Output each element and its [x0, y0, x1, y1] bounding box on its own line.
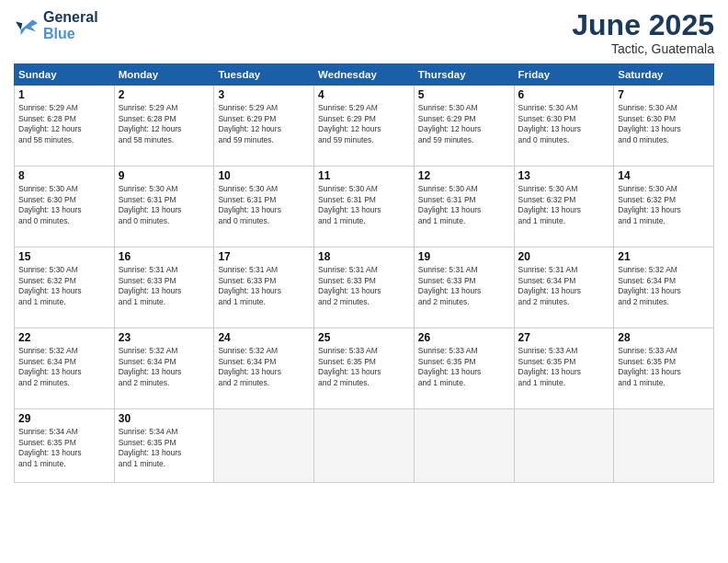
day-number: 4	[318, 88, 410, 101]
calendar-cell: 29Sunrise: 5:34 AM Sunset: 6:35 PM Dayli…	[15, 409, 115, 483]
calendar-cell: 12Sunrise: 5:30 AM Sunset: 6:31 PM Dayli…	[414, 167, 514, 247]
day-info: Sunrise: 5:33 AM Sunset: 6:35 PM Dayligh…	[518, 346, 610, 388]
day-info: Sunrise: 5:30 AM Sunset: 6:30 PM Dayligh…	[618, 103, 710, 145]
logo: General Blue	[14, 9, 98, 42]
day-number: 26	[418, 331, 510, 344]
day-number: 19	[418, 250, 510, 263]
day-info: Sunrise: 5:29 AM Sunset: 6:29 PM Dayligh…	[318, 103, 410, 145]
day-number: 30	[119, 412, 210, 425]
day-number: 2	[119, 88, 210, 101]
weekday-header-friday: Friday	[514, 64, 614, 86]
day-info: Sunrise: 5:31 AM Sunset: 6:33 PM Dayligh…	[119, 265, 210, 307]
calendar-cell: 14Sunrise: 5:30 AM Sunset: 6:32 PM Dayli…	[614, 167, 714, 247]
weekday-header-wednesday: Wednesday	[314, 64, 415, 86]
calendar-cell: 2Sunrise: 5:29 AM Sunset: 6:28 PM Daylig…	[114, 86, 214, 167]
calendar-week-row: 1Sunrise: 5:29 AM Sunset: 6:28 PM Daylig…	[15, 86, 714, 167]
calendar-cell: 28Sunrise: 5:33 AM Sunset: 6:35 PM Dayli…	[614, 328, 714, 409]
day-number: 10	[218, 169, 310, 182]
day-info: Sunrise: 5:31 AM Sunset: 6:33 PM Dayligh…	[218, 265, 310, 307]
weekday-header-saturday: Saturday	[614, 64, 714, 86]
day-info: Sunrise: 5:34 AM Sunset: 6:35 PM Dayligh…	[119, 427, 210, 469]
calendar-cell: 22Sunrise: 5:32 AM Sunset: 6:34 PM Dayli…	[15, 328, 115, 409]
day-number: 18	[318, 250, 410, 263]
month-title: June 2025	[572, 9, 714, 41]
day-number: 5	[418, 88, 510, 101]
calendar-cell: 15Sunrise: 5:30 AM Sunset: 6:32 PM Dayli…	[15, 247, 115, 328]
logo-text: General Blue	[43, 9, 98, 42]
day-info: Sunrise: 5:29 AM Sunset: 6:29 PM Dayligh…	[218, 103, 310, 145]
day-info: Sunrise: 5:30 AM Sunset: 6:32 PM Dayligh…	[618, 184, 710, 226]
day-info: Sunrise: 5:32 AM Sunset: 6:34 PM Dayligh…	[18, 346, 110, 388]
day-number: 14	[618, 169, 710, 182]
calendar-week-row: 29Sunrise: 5:34 AM Sunset: 6:35 PM Dayli…	[15, 409, 714, 483]
day-number: 21	[618, 250, 710, 263]
calendar-cell: 3Sunrise: 5:29 AM Sunset: 6:29 PM Daylig…	[214, 86, 314, 167]
day-info: Sunrise: 5:30 AM Sunset: 6:29 PM Dayligh…	[418, 103, 510, 145]
day-info: Sunrise: 5:32 AM Sunset: 6:34 PM Dayligh…	[218, 346, 310, 388]
day-info: Sunrise: 5:30 AM Sunset: 6:31 PM Dayligh…	[218, 184, 310, 226]
calendar-cell	[514, 409, 614, 483]
weekday-header-sunday: Sunday	[15, 64, 115, 86]
day-number: 1	[18, 88, 110, 101]
calendar-week-row: 8Sunrise: 5:30 AM Sunset: 6:30 PM Daylig…	[15, 167, 714, 247]
calendar-cell: 4Sunrise: 5:29 AM Sunset: 6:29 PM Daylig…	[314, 86, 415, 167]
day-number: 15	[18, 250, 110, 263]
day-number: 7	[618, 88, 710, 101]
calendar-cell: 8Sunrise: 5:30 AM Sunset: 6:30 PM Daylig…	[15, 167, 115, 247]
day-number: 29	[18, 412, 110, 425]
day-number: 24	[218, 331, 310, 344]
svg-marker-1	[16, 21, 22, 29]
day-number: 9	[119, 169, 210, 182]
day-number: 16	[119, 250, 210, 263]
day-number: 13	[518, 169, 610, 182]
day-info: Sunrise: 5:33 AM Sunset: 6:35 PM Dayligh…	[318, 346, 410, 388]
day-number: 6	[518, 88, 610, 101]
day-number: 22	[18, 331, 110, 344]
calendar-cell: 20Sunrise: 5:31 AM Sunset: 6:34 PM Dayli…	[514, 247, 614, 328]
day-info: Sunrise: 5:31 AM Sunset: 6:33 PM Dayligh…	[418, 265, 510, 307]
calendar-cell: 21Sunrise: 5:32 AM Sunset: 6:34 PM Dayli…	[614, 247, 714, 328]
day-info: Sunrise: 5:32 AM Sunset: 6:34 PM Dayligh…	[119, 346, 210, 388]
calendar-cell: 5Sunrise: 5:30 AM Sunset: 6:29 PM Daylig…	[414, 86, 514, 167]
calendar-cell: 10Sunrise: 5:30 AM Sunset: 6:31 PM Dayli…	[214, 167, 314, 247]
calendar-cell: 6Sunrise: 5:30 AM Sunset: 6:30 PM Daylig…	[514, 86, 614, 167]
calendar-cell: 17Sunrise: 5:31 AM Sunset: 6:33 PM Dayli…	[214, 247, 314, 328]
calendar-cell	[614, 409, 714, 483]
weekday-header-thursday: Thursday	[414, 64, 514, 86]
calendar-cell: 13Sunrise: 5:30 AM Sunset: 6:32 PM Dayli…	[514, 167, 614, 247]
calendar-cell	[314, 409, 415, 483]
svg-marker-0	[21, 20, 38, 36]
day-number: 8	[18, 169, 110, 182]
day-info: Sunrise: 5:30 AM Sunset: 6:30 PM Dayligh…	[18, 184, 110, 226]
day-info: Sunrise: 5:31 AM Sunset: 6:33 PM Dayligh…	[318, 265, 410, 307]
header: General Blue June 2025 Tactic, Guatemala	[14, 9, 714, 56]
weekday-header-tuesday: Tuesday	[214, 64, 314, 86]
calendar-cell: 19Sunrise: 5:31 AM Sunset: 6:33 PM Dayli…	[414, 247, 514, 328]
day-number: 25	[318, 331, 410, 344]
day-number: 23	[119, 331, 210, 344]
day-info: Sunrise: 5:32 AM Sunset: 6:34 PM Dayligh…	[618, 265, 710, 307]
day-info: Sunrise: 5:30 AM Sunset: 6:31 PM Dayligh…	[119, 184, 210, 226]
day-number: 17	[218, 250, 310, 263]
page: General Blue June 2025 Tactic, Guatemala…	[0, 0, 728, 563]
weekday-header-monday: Monday	[114, 64, 214, 86]
calendar-cell: 11Sunrise: 5:30 AM Sunset: 6:31 PM Dayli…	[314, 167, 415, 247]
day-number: 28	[618, 331, 710, 344]
calendar-cell	[414, 409, 514, 483]
calendar-cell: 26Sunrise: 5:33 AM Sunset: 6:35 PM Dayli…	[414, 328, 514, 409]
location: Tactic, Guatemala	[572, 41, 714, 56]
day-number: 20	[518, 250, 610, 263]
calendar-cell: 7Sunrise: 5:30 AM Sunset: 6:30 PM Daylig…	[614, 86, 714, 167]
day-info: Sunrise: 5:34 AM Sunset: 6:35 PM Dayligh…	[18, 427, 110, 469]
day-number: 12	[418, 169, 510, 182]
day-info: Sunrise: 5:31 AM Sunset: 6:34 PM Dayligh…	[518, 265, 610, 307]
calendar-week-row: 22Sunrise: 5:32 AM Sunset: 6:34 PM Dayli…	[15, 328, 714, 409]
day-number: 11	[318, 169, 410, 182]
calendar-week-row: 15Sunrise: 5:30 AM Sunset: 6:32 PM Dayli…	[15, 247, 714, 328]
calendar-cell: 24Sunrise: 5:32 AM Sunset: 6:34 PM Dayli…	[214, 328, 314, 409]
day-info: Sunrise: 5:30 AM Sunset: 6:31 PM Dayligh…	[318, 184, 410, 226]
calendar-cell: 18Sunrise: 5:31 AM Sunset: 6:33 PM Dayli…	[314, 247, 415, 328]
day-info: Sunrise: 5:30 AM Sunset: 6:31 PM Dayligh…	[418, 184, 510, 226]
calendar-cell: 9Sunrise: 5:30 AM Sunset: 6:31 PM Daylig…	[114, 167, 214, 247]
calendar-cell: 27Sunrise: 5:33 AM Sunset: 6:35 PM Dayli…	[514, 328, 614, 409]
